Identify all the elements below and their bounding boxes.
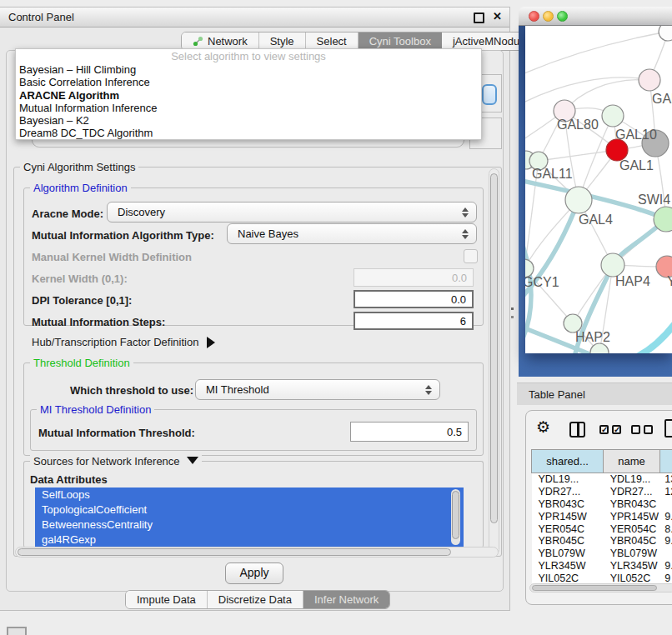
scrollbar-thumb[interactable]	[18, 548, 451, 556]
algorithm-option[interactable]: Dream8 DC_TDC Algorithm	[16, 127, 481, 139]
attribute-item[interactable]: SelfLoops	[35, 488, 464, 502]
table-row[interactable]: YPR145WYPR145W9.	[532, 510, 672, 522]
combo-arrows-icon	[425, 385, 432, 395]
control-panel-window: Control Panel ✕ Network Style Select Cyn…	[0, 7, 510, 611]
minimize-traffic-light[interactable]	[543, 11, 554, 22]
mi-type-label: Mutual Information Algorithm Type:	[32, 229, 214, 242]
settings-horizontal-scrollbar[interactable]	[15, 547, 499, 558]
attribute-item[interactable]: BetweennessCentrality	[35, 518, 464, 532]
focused-spinner-fragment[interactable]	[482, 84, 497, 105]
kernel-width-label: Kernel Width (0,1):	[32, 272, 128, 285]
manual-kernel-checkbox[interactable]	[464, 249, 478, 263]
node-label: HAP2	[575, 330, 610, 344]
algorithm-dropdown-popup: Select algorithm to view settings Bayesi…	[15, 48, 482, 140]
tab-infer-network[interactable]: Infer Network	[303, 591, 389, 608]
algorithm-option[interactable]: Bayesian – Hill Climbing	[16, 63, 481, 76]
gear-icon[interactable]: ⚙	[536, 418, 550, 437]
node-partial-top[interactable]	[659, 26, 672, 41]
document-icon[interactable]	[664, 419, 672, 438]
tab-discretize-data[interactable]: Discretize Data	[208, 591, 303, 608]
algorithm-option-selected[interactable]: ARACNE Algorithm	[16, 89, 481, 102]
table-row[interactable]: YDR27...YDR27...12	[532, 486, 672, 498]
tab-cyni-toolbox[interactable]: Cyni Toolbox	[359, 32, 442, 50]
attribute-item[interactable]: TopologicalCoefficient	[35, 502, 464, 518]
table-row[interactable]: YBR043CYBR043C	[532, 498, 672, 511]
table-panel-title: Table Panel	[529, 388, 585, 401]
aracne-mode-label: Aracne Mode:	[32, 208, 103, 220]
table-toolbar: ⚙ ✓ ✓ shared... name A YDL19...YDL19...1…	[526, 411, 672, 605]
control-panel-title: Control Panel	[8, 11, 74, 23]
settings-vertical-scrollbar[interactable]	[489, 168, 499, 555]
which-threshold-select[interactable]: MI Threshold	[195, 379, 440, 400]
hub-definition-toggle[interactable]: Hub/Transcription Factor Definition	[32, 336, 215, 348]
column-header-shared[interactable]: shared...	[532, 450, 604, 473]
control-panel-titlebar[interactable]: Control Panel ✕	[0, 8, 509, 28]
tab-impute-data[interactable]: Impute Data	[126, 591, 208, 608]
table-row[interactable]: YBL079WYBL079W	[532, 548, 672, 560]
bottom-tabs: Impute Data Discretize Data Infer Networ…	[125, 590, 390, 609]
scrollbar-thumb[interactable]	[452, 491, 459, 539]
aracne-mode-select[interactable]: Discovery	[107, 202, 477, 222]
attribute-item[interactable]: gal4RGexp	[35, 532, 464, 547]
sources-group-title[interactable]: Sources for Network Inference	[30, 455, 202, 468]
node-label: HAP4	[615, 274, 650, 288]
node-gal4[interactable]	[565, 187, 592, 213]
algorithm-definition-title: Algorithm Definition	[30, 182, 131, 194]
expand-right-icon[interactable]	[207, 337, 215, 348]
select-all-checkbox-icon[interactable]: ✓	[599, 425, 609, 434]
node-table: shared... name A YDL19...YDL19...13 YDR2…	[531, 449, 672, 584]
node-gal-partial[interactable]	[639, 69, 660, 91]
algorithm-option[interactable]: Mutual Information Inference	[16, 102, 481, 114]
mi-type-select[interactable]: Naive Bayes	[227, 223, 477, 244]
split-divider-grip[interactable]	[511, 308, 514, 318]
mi-steps-label: Mutual Information Steps:	[32, 316, 165, 328]
close-traffic-light[interactable]	[529, 11, 539, 22]
node-gal10[interactable]	[602, 105, 624, 127]
node-hap4[interactable]	[601, 253, 624, 277]
scrollbar-thumb[interactable]	[532, 585, 657, 591]
network-nodes	[525, 26, 672, 353]
which-threshold-label: Which threshold to use:	[70, 384, 193, 397]
tab-network[interactable]: Network	[182, 32, 259, 50]
select-all-checkbox-icon[interactable]: ✓	[612, 425, 621, 434]
algorithm-option[interactable]: Basic Correlation Inference	[16, 76, 481, 88]
mi-threshold-input[interactable]: 0.5	[350, 422, 469, 442]
table-row[interactable]: YER054CYER054C8.	[532, 522, 672, 535]
algorithm-option[interactable]: Bayesian – K2	[16, 114, 481, 127]
attributes-list-scrollbar[interactable]	[451, 489, 460, 545]
deselect-checkbox-icon[interactable]	[644, 425, 653, 434]
network-tab-icon	[193, 36, 203, 47]
partial-panel-icon[interactable]	[7, 627, 27, 635]
kernel-width-input[interactable]: 0.0	[354, 268, 474, 287]
table-panel-header: Table Panel	[517, 382, 672, 405]
table-row[interactable]: YLR345WYLR345W9.	[532, 560, 672, 572]
combo-arrows-icon	[462, 208, 469, 218]
tab-select[interactable]: Select	[306, 32, 359, 50]
table-row[interactable]: YDL19...YDL19...13	[532, 473, 672, 486]
float-window-icon[interactable]	[474, 12, 484, 23]
column-header-name[interactable]: name	[604, 450, 660, 473]
apply-button[interactable]: Apply	[225, 562, 283, 584]
settings-group-title: Cyni Algorithm Settings	[20, 161, 138, 173]
table-row[interactable]: YIL052CYIL052C9	[532, 572, 672, 584]
collapse-down-icon[interactable]	[187, 457, 198, 464]
scrollbar-thumb[interactable]	[490, 173, 498, 523]
deselect-checkbox-icon[interactable]	[631, 425, 640, 434]
network-window-titlebar[interactable]	[519, 7, 672, 26]
node-label: GAL4	[579, 212, 613, 227]
split-columns-icon[interactable]	[569, 422, 585, 438]
table-row[interactable]: YBR045CYBR045C9.	[532, 535, 672, 548]
table-horizontal-scrollbar[interactable]	[529, 583, 672, 592]
node-label: GAL11	[532, 167, 573, 181]
column-header-partial[interactable]: A	[659, 450, 672, 473]
network-graph: GAL GAL80 GAL10 GAL1 GAL11 SWI4 GAL4 GCY…	[525, 26, 672, 353]
node-label: GCY1	[525, 275, 559, 289]
zoom-traffic-light[interactable]	[557, 11, 568, 22]
network-canvas[interactable]: GAL GAL80 GAL10 GAL1 GAL11 SWI4 GAL4 GCY…	[525, 26, 672, 353]
close-icon[interactable]: ✕	[493, 10, 502, 22]
tab-style[interactable]: Style	[259, 32, 306, 50]
mi-steps-input[interactable]: 6	[354, 312, 474, 330]
data-attributes-list: SelfLoops TopologicalCoefficient Between…	[35, 488, 464, 547]
screen: Control Panel ✕ Network Style Select Cyn…	[0, 0, 672, 635]
dpi-tolerance-input[interactable]: 0.0	[354, 290, 474, 308]
